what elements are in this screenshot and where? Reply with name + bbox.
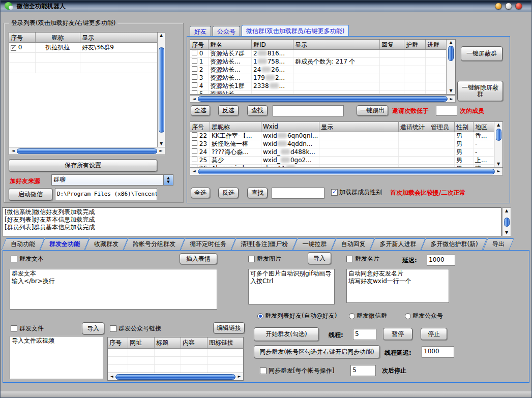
mass-text-checkbox[interactable] xyxy=(11,256,17,262)
start-mass-send-button[interactable]: 开始群发(勾选) xyxy=(254,327,319,341)
mass-image-area[interactable]: 可多个图片自动识别gif动画导入按Ctrl xyxy=(248,269,335,304)
insert-emoji-button[interactable]: 插入表情 xyxy=(180,253,217,264)
sync-mass-send-button[interactable]: 同步群发(帐号区勾选并右键开启同步功能) xyxy=(254,345,380,358)
col-num[interactable]: 序号 xyxy=(190,122,210,132)
members-find-button[interactable]: 查找 xyxy=(247,188,268,198)
scroll-thumb[interactable] xyxy=(17,148,157,154)
group-row[interactable]: 4 资源站长1群 2338... xyxy=(190,82,446,90)
groups-select-all-button[interactable]: 全选 xyxy=(191,105,210,116)
member-row[interactable]: 23 妖怪吃俺一棒 wxid4qddn... 男 - xyxy=(190,140,494,148)
group-row[interactable]: 0 资源站长7群 2816... xyxy=(190,50,446,58)
groups-invert-button[interactable]: 反选 xyxy=(218,105,239,116)
link-table-horizontal-scrollbar[interactable]: ◄ ► xyxy=(108,373,243,380)
col-reply[interactable]: 回复 xyxy=(380,40,404,49)
members-invert-button[interactable]: 反选 xyxy=(218,188,239,198)
stop-button[interactable]: 停止 xyxy=(421,328,447,340)
tab-wechat-groups[interactable]: 微信群(双击加载群员/右键更多功能) xyxy=(242,25,349,37)
tab-auto-reply[interactable]: 自动回复 xyxy=(334,238,372,250)
kick-button[interactable]: 一键踢出 xyxy=(357,105,388,116)
member-row[interactable]: 22 KK工作室-【... wxid6qn0qnl... 男 香... xyxy=(190,132,494,140)
scroll-up-icon[interactable]: ▲ xyxy=(496,123,501,128)
accounts-horizontal-scrollbar[interactable]: ◄ ► xyxy=(9,147,165,155)
scroll-thumb[interactable] xyxy=(448,46,454,61)
scroll-left-icon[interactable]: ◄ xyxy=(191,169,197,174)
row-checkbox[interactable] xyxy=(192,148,197,154)
col-admin[interactable]: 管理员 xyxy=(429,122,455,132)
row-checkbox[interactable] xyxy=(192,140,197,146)
thread-delay-input[interactable]: 1000 xyxy=(422,346,454,358)
scroll-up-icon[interactable]: ▲ xyxy=(448,40,454,45)
minimize-button[interactable] xyxy=(495,3,502,10)
import-file-button[interactable]: 导入 xyxy=(82,322,104,334)
mass-card-area[interactable]: 自动同意好友发名片 填写好友wxid一行一个 xyxy=(346,269,449,303)
tab-auto-functions[interactable]: 自动功能 xyxy=(4,238,42,250)
maximize-button[interactable] xyxy=(505,3,512,10)
tab-favorite-send[interactable]: 收藏群发 xyxy=(87,238,126,250)
col-content[interactable]: 内容 xyxy=(181,338,208,348)
col-join[interactable]: 进群 xyxy=(426,40,446,49)
members-vertical-scrollbar[interactable]: ▲ ▼ xyxy=(494,122,503,167)
scroll-thumb[interactable] xyxy=(115,374,235,380)
col-display[interactable]: 显示 xyxy=(293,40,380,49)
mass-image-checkbox[interactable] xyxy=(248,256,255,262)
mass-link-option[interactable]: 群发公众号链接 xyxy=(110,324,161,333)
tab-friends[interactable]: 好友 xyxy=(190,26,211,37)
save-settings-button[interactable]: 保存所有设置 xyxy=(9,159,157,172)
send-to-official-radio[interactable] xyxy=(405,313,411,319)
col-nick[interactable]: 昵称 xyxy=(36,33,80,42)
row-checkbox[interactable] xyxy=(192,50,197,55)
launch-wechat-button[interactable]: 启动微信 xyxy=(9,188,52,201)
scroll-down-icon[interactable]: ▼ xyxy=(504,230,510,235)
sync-per-account-checkbox[interactable] xyxy=(260,368,267,374)
col-region[interactable]: 地区 xyxy=(474,122,494,132)
col-display[interactable]: 显示 xyxy=(319,122,399,132)
invite-threshold-input[interactable] xyxy=(436,106,457,116)
col-url[interactable]: 网址 xyxy=(128,338,155,348)
send-to-groups-radio[interactable] xyxy=(349,313,355,319)
groups-horizontal-scrollbar[interactable]: ◄ ► xyxy=(190,95,456,103)
col-num[interactable]: 序号 xyxy=(190,40,209,49)
col-num[interactable]: 序号 xyxy=(108,338,128,348)
group-row[interactable]: 2 资源站长... 2426... xyxy=(190,66,446,74)
member-row[interactable]: 24 ????海心淼... wxid_d488k... 男 - xyxy=(190,148,494,157)
member-row[interactable]: 25 莫少 wxid_0go2... 男 上... xyxy=(190,157,494,165)
import-image-button[interactable]: 导入 xyxy=(308,252,331,264)
col-display[interactable]: 显示 xyxy=(80,33,157,42)
row-checkbox[interactable] xyxy=(192,58,197,64)
tab-export[interactable]: 导出 xyxy=(485,238,512,250)
wechat-path-input[interactable]: D:\Program Files (x86)\Tencent\We xyxy=(55,188,157,200)
load-gender-option[interactable]: 加载群成员性别 xyxy=(331,188,382,197)
scroll-right-icon[interactable]: ► xyxy=(449,97,454,102)
mass-text-area[interactable]: 群发文本 输入</br>换行 xyxy=(10,269,217,310)
mass-card-option[interactable]: 群发名片 xyxy=(346,255,379,263)
scroll-down-icon[interactable]: ▼ xyxy=(496,162,501,167)
col-member-nick[interactable]: 群昵称 xyxy=(210,122,261,132)
col-group-name[interactable]: 群名 xyxy=(209,40,252,49)
scroll-left-icon[interactable]: ◄ xyxy=(191,97,197,102)
groups-vertical-scrollbar[interactable]: ▲ ▼ xyxy=(446,40,455,94)
mass-image-option[interactable]: 群发图片 xyxy=(248,255,281,263)
scroll-thumb[interactable] xyxy=(198,169,495,174)
groups-find-button[interactable]: 查找 xyxy=(247,105,268,116)
row-checkbox[interactable] xyxy=(192,157,197,162)
send-to-friends-option[interactable]: 群发列表好友(自动@好友) xyxy=(257,312,337,320)
group-row[interactable]: 5 资源站长... xyxy=(190,90,446,94)
members-horizontal-scrollbar[interactable]: ◄ ► xyxy=(190,167,503,175)
scroll-down-icon[interactable]: ▼ xyxy=(159,141,164,146)
send-to-official-option[interactable]: 群发公众号 xyxy=(405,312,443,320)
scroll-right-icon[interactable]: ► xyxy=(237,374,242,379)
sync-per-account-option[interactable]: 同步群发[每个帐号操作] xyxy=(260,366,334,375)
load-gender-checkbox[interactable] xyxy=(331,189,338,196)
block-groups-button[interactable]: 一键屏蔽群 xyxy=(461,46,503,61)
col-icon-link[interactable]: 图标链接 xyxy=(208,338,243,348)
members-search-input[interactable] xyxy=(272,188,324,199)
scroll-thumb[interactable] xyxy=(159,47,164,133)
row-checkbox[interactable] xyxy=(192,132,197,138)
log-output[interactable]: [微信系统]微信好友列表加载完成 [好友列表]好友基本信息加载完成 [群员列表]… xyxy=(2,207,501,236)
edit-link-button[interactable]: 编辑链接 xyxy=(213,322,245,333)
mass-link-checkbox[interactable] xyxy=(110,325,116,332)
mass-card-checkbox[interactable] xyxy=(346,256,353,262)
pause-button[interactable]: 暂停 xyxy=(383,328,412,340)
account-checkbox[interactable] xyxy=(11,45,16,51)
scroll-down-icon[interactable]: ▼ xyxy=(448,88,454,94)
